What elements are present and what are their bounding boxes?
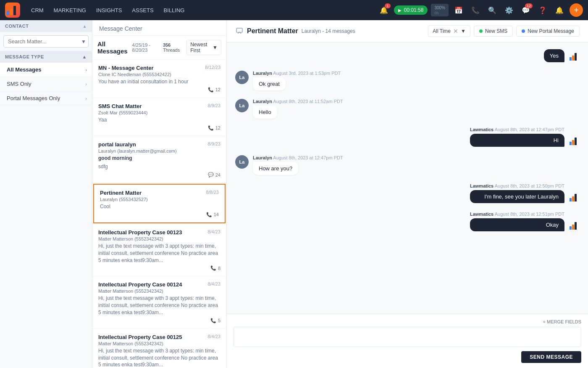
chat-panel: Pertinent Matter Lauralyn - 14 messages … [227, 20, 588, 368]
timer-control[interactable]: ▶ 00:01:58 [394, 5, 428, 15]
add-button[interactable]: + [570, 3, 583, 17]
notifications-icon[interactable]: 🔔 1 [377, 3, 391, 17]
message-item-name: Pertinent Matter [100, 190, 142, 196]
nav-billing[interactable]: BILLING [163, 5, 186, 15]
help-icon[interactable]: ❓ [536, 3, 549, 17]
message-item-name: Intellectual Property Case 00123 [98, 229, 182, 236]
message-item-contact: Lauralyn (5553432527) [100, 197, 219, 202]
message-item-preview: Hi, just the text message with 3 appt ty… [98, 295, 220, 316]
message-item[interactable]: SMS Chat Matter 8/9/23 Zsolt Mar (555902… [92, 98, 226, 136]
nav-assets[interactable]: ASSETS [131, 5, 154, 15]
message-item-preview: Hi, just the text message with 3 appt ty… [98, 347, 220, 368]
contact-avatar: La [235, 99, 249, 112]
message-item-count: 12 [215, 125, 220, 130]
top-navigation: CRM MARKETING INSIGHTS ASSETS BILLING 🔔 … [0, 0, 588, 20]
message-bubble-out: Hi [470, 134, 564, 147]
main-layout: CONTACT ▲ ▼ MESSAGE TYPE ▲ All Messages … [0, 20, 588, 368]
play-icon: ▶ [398, 8, 402, 13]
message-out: Yes [235, 49, 580, 62]
message-item-name: Intellectual Property Case 00124 [98, 281, 182, 288]
message-bubble-out: I'm fine, see you later Lauralyn [470, 190, 564, 203]
search-icon[interactable]: 🔍 [486, 3, 499, 17]
sidebar-item-portal-messages[interactable]: Portal Messages Only › [0, 91, 92, 106]
message-item-count: 24 [215, 172, 220, 177]
message-phone-icon: 📞 [208, 87, 214, 93]
new-sms-button[interactable]: New SMS [474, 26, 513, 37]
message-item-contact: Matter Matterson (5552342342) [98, 289, 220, 294]
message-item-date: 8/4/23 [207, 281, 220, 286]
phone-icon[interactable]: 📞 [469, 3, 482, 17]
merge-fields-button[interactable]: + MERGE FIELDS [543, 319, 581, 324]
message-type-collapse-icon[interactable]: ▲ [82, 54, 87, 59]
messages-icon[interactable]: 💬 12 [519, 3, 533, 17]
matter-icon [235, 27, 244, 35]
message-out-meta: Lawmatics August 8th, 2023 at 12:47pm PD… [470, 127, 564, 132]
message-bubble-in: Ok great [253, 77, 286, 90]
message-meta: Lauralyn August 8th, 2023 at 12:47pm PDT [253, 155, 343, 160]
nav-crm[interactable]: CRM [30, 5, 45, 15]
message-item[interactable]: MN - Message Center 8/12/23 Clone IC Nee… [92, 60, 226, 98]
send-message-button[interactable]: SEND MESSAGE [521, 351, 581, 363]
chat-matter-name: Pertinent Matter [247, 27, 298, 35]
new-portal-button[interactable]: New Portal Message [516, 26, 580, 37]
nav-marketing[interactable]: MARKETING [53, 5, 87, 15]
chat-title-area: Pertinent Matter Lauralyn - 14 messages [235, 27, 355, 35]
settings-icon[interactable]: ⚙️ [502, 3, 516, 17]
message-item-preview: Cool [100, 203, 219, 210]
chat-input[interactable] [234, 327, 581, 347]
message-item-contact: Matter Matterson (5552342342) [98, 236, 220, 241]
message-item-preview2: sdfg [98, 163, 220, 170]
message-item-preview: good morning [98, 155, 220, 162]
left-sidebar: CONTACT ▲ ▼ MESSAGE TYPE ▲ All Messages … [0, 20, 92, 368]
message-in-content: Lauralyn August 3rd, 2023 at 1:53pm PDT … [253, 71, 341, 90]
sidebar-item-sms-only[interactable]: SMS Only › [0, 77, 92, 91]
message-phone-icon: 📞 [208, 125, 214, 131]
calendar-icon[interactable]: 📅 [452, 3, 465, 17]
message-item-contact: Matter Matterson (5552342342) [98, 341, 220, 346]
message-item-contact: Clone IC Needleman (5555342422) [98, 72, 220, 77]
chat-sub-info: Lauralyn - 14 messages [302, 28, 355, 34]
message-chat-icon: 💬 [208, 172, 214, 177]
app-logo[interactable] [5, 3, 20, 18]
sort-dropdown[interactable]: Newest First ▼ [186, 40, 221, 55]
message-meta: Lauralyn August 8th, 2023 at 11:52am PDT [253, 99, 343, 104]
message-out-meta: Lawmatics August 8th, 2023 at 12:51pm PD… [470, 212, 564, 217]
nav-actions: 🔔 1 ▶ 00:01:58 300%0h 📅 📞 🔍 ⚙️ 💬 12 ❓ 🔔 … [377, 3, 583, 17]
message-item[interactable]: Intellectual Property Case 00123 8/4/23 … [92, 224, 226, 276]
message-list-panel: Message Center All Messages 4/25/19 - 8/… [92, 20, 227, 368]
message-item[interactable]: Intellectual Property Case 00125 8/4/23 … [92, 329, 226, 368]
search-dropdown-icon[interactable]: ▼ [81, 39, 86, 45]
contact-collapse-icon[interactable]: ▲ [83, 24, 87, 29]
search-input[interactable] [3, 35, 89, 48]
message-item-name: portal lauralyn [98, 141, 136, 148]
message-phone-icon: 📞 [210, 265, 216, 271]
sidebar-item-all-messages[interactable]: All Messages › [0, 63, 92, 77]
portal-dot-icon [522, 29, 525, 33]
message-item-preview: Hi, just the text message with 3 appt ty… [98, 243, 220, 264]
message-item-date: 8/8/23 [206, 190, 219, 195]
message-item[interactable]: Intellectual Property Case 00124 8/4/23 … [92, 276, 226, 328]
messages-list: MN - Message Center 8/12/23 Clone IC Nee… [92, 60, 226, 368]
message-in: La Lauralyn August 8th, 2023 at 12:47pm … [235, 155, 580, 175]
message-item[interactable]: portal lauralyn 8/9/23 Lauralyn (lauraly… [92, 136, 226, 183]
time-filter-dropdown[interactable]: All Time ✕ ▼ [428, 25, 470, 37]
message-item-count: 14 [214, 212, 219, 217]
message-item-count: 12 [215, 87, 220, 92]
nav-links: CRM MARKETING INSIGHTS ASSETS BILLING [30, 5, 185, 15]
all-messages-chevron: › [85, 67, 87, 72]
message-out: Lawmatics August 8th, 2023 at 12:47pm PD… [235, 127, 580, 147]
updates-icon[interactable]: 🔔 [553, 3, 566, 17]
notification-badge: 1 [385, 3, 391, 8]
message-item-active[interactable]: Pertinent Matter 8/8/23 Lauralyn (555343… [93, 184, 226, 223]
chat-header-actions: All Time ✕ ▼ New SMS New Portal Message [428, 25, 580, 37]
message-item-date: 8/9/23 [207, 103, 220, 108]
message-center-header: Message Center [92, 20, 226, 36]
zoom-display: 300%0h [431, 4, 449, 16]
time-filter-clear-icon[interactable]: ✕ [453, 28, 458, 34]
time-filter-dropdown-icon[interactable]: ▼ [461, 28, 466, 34]
message-bubble-out: Okay [470, 218, 564, 231]
lawmatics-avatar [568, 191, 580, 203]
message-item-name: Intellectual Property Case 00125 [98, 334, 182, 340]
nav-insights[interactable]: INSIGHTS [95, 5, 123, 15]
chat-input-area: + MERGE FIELDS SEND MESSAGE [227, 314, 588, 368]
